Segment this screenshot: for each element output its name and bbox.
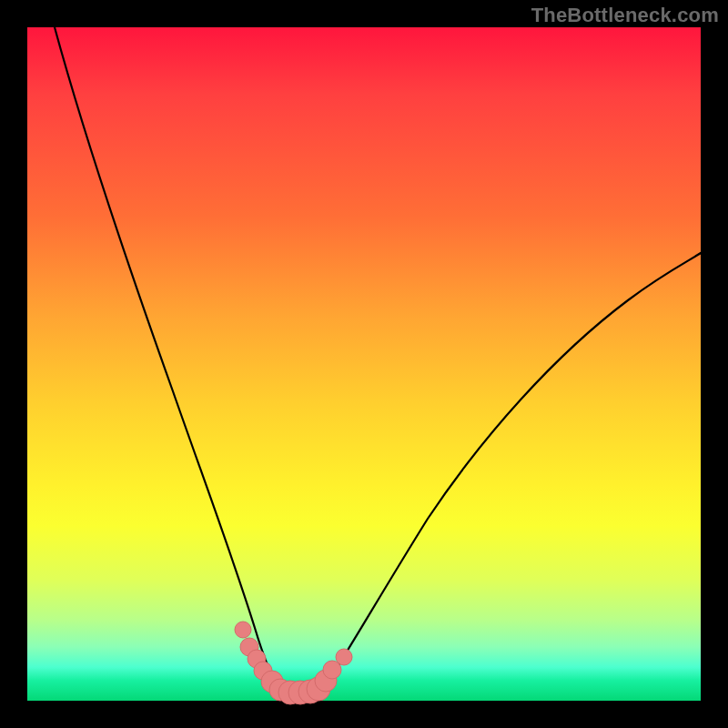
watermark-text: TheBottleneck.com <box>531 4 719 27</box>
left-curve <box>55 27 280 692</box>
svg-point-12 <box>336 649 352 665</box>
svg-point-0 <box>235 622 251 638</box>
curves-layer <box>27 27 701 701</box>
right-curve <box>324 253 701 688</box>
valley-markers <box>235 622 352 704</box>
chart-frame: TheBottleneck.com <box>0 0 728 728</box>
